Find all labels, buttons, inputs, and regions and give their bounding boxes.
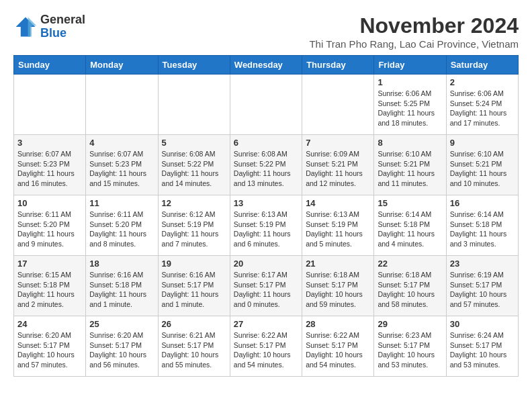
week-row-4: 17Sunrise: 6:15 AM Sunset: 5:18 PM Dayli… (14, 256, 519, 316)
calendar-cell: 11Sunrise: 6:11 AM Sunset: 5:20 PM Dayli… (86, 195, 158, 256)
calendar-cell: 19Sunrise: 6:16 AM Sunset: 5:17 PM Dayli… (158, 256, 230, 316)
day-info: Sunrise: 6:24 AM Sunset: 5:17 PM Dayligh… (450, 330, 515, 370)
calendar-cell: 29Sunrise: 6:23 AM Sunset: 5:17 PM Dayli… (374, 316, 446, 377)
header-saturday: Saturday (446, 56, 518, 75)
calendar-cell: 6Sunrise: 6:08 AM Sunset: 5:22 PM Daylig… (230, 135, 302, 195)
week-row-2: 3Sunrise: 6:07 AM Sunset: 5:23 PM Daylig… (14, 135, 519, 195)
day-info: Sunrise: 6:15 AM Sunset: 5:18 PM Dayligh… (17, 270, 82, 310)
calendar-cell: 27Sunrise: 6:22 AM Sunset: 5:17 PM Dayli… (230, 316, 302, 377)
day-number: 20 (234, 259, 298, 269)
day-number: 10 (17, 198, 82, 208)
calendar-cell: 17Sunrise: 6:15 AM Sunset: 5:18 PM Dayli… (14, 256, 86, 316)
day-number: 9 (450, 138, 515, 148)
day-info: Sunrise: 6:13 AM Sunset: 5:19 PM Dayligh… (234, 210, 298, 249)
day-number: 23 (450, 259, 515, 269)
day-info: Sunrise: 6:21 AM Sunset: 5:17 PM Dayligh… (162, 330, 226, 370)
calendar-cell: 3Sunrise: 6:07 AM Sunset: 5:23 PM Daylig… (14, 135, 86, 195)
logo-general: General (40, 13, 85, 26)
day-number: 27 (234, 319, 298, 329)
day-number: 18 (89, 259, 154, 269)
day-number: 1 (378, 77, 442, 87)
title-section: November 2024 Thi Tran Pho Rang, Lao Cai… (309, 13, 519, 50)
page-container: General Blue November 2024 Thi Tran Pho … (13, 13, 519, 377)
day-number: 13 (234, 198, 298, 208)
day-info: Sunrise: 6:22 AM Sunset: 5:17 PM Dayligh… (306, 330, 370, 370)
day-info: Sunrise: 6:06 AM Sunset: 5:24 PM Dayligh… (450, 89, 515, 128)
calendar-cell: 15Sunrise: 6:14 AM Sunset: 5:18 PM Dayli… (374, 195, 446, 256)
day-info: Sunrise: 6:22 AM Sunset: 5:17 PM Dayligh… (234, 330, 298, 370)
calendar-table: Sunday Monday Tuesday Wednesday Thursday… (13, 55, 519, 377)
calendar-cell: 28Sunrise: 6:22 AM Sunset: 5:17 PM Dayli… (302, 316, 374, 377)
calendar-cell (230, 75, 302, 135)
calendar-cell: 16Sunrise: 6:14 AM Sunset: 5:18 PM Dayli… (446, 195, 518, 256)
day-number: 25 (89, 319, 154, 329)
day-number: 12 (162, 198, 226, 208)
day-number: 2 (450, 77, 515, 87)
weekday-header-row: Sunday Monday Tuesday Wednesday Thursday… (14, 56, 519, 75)
day-info: Sunrise: 6:09 AM Sunset: 5:21 PM Dayligh… (306, 149, 370, 189)
week-row-1: 1Sunrise: 6:06 AM Sunset: 5:25 PM Daylig… (14, 75, 519, 135)
header-monday: Monday (86, 56, 158, 75)
day-number: 16 (450, 198, 515, 208)
day-number: 17 (17, 259, 82, 269)
header-tuesday: Tuesday (158, 56, 230, 75)
day-info: Sunrise: 6:17 AM Sunset: 5:17 PM Dayligh… (234, 270, 298, 310)
day-number: 15 (378, 198, 442, 208)
logo-icon (13, 15, 38, 39)
calendar-cell: 14Sunrise: 6:13 AM Sunset: 5:19 PM Dayli… (302, 195, 374, 256)
day-info: Sunrise: 6:07 AM Sunset: 5:23 PM Dayligh… (17, 149, 82, 189)
calendar-cell: 9Sunrise: 6:10 AM Sunset: 5:21 PM Daylig… (446, 135, 518, 195)
calendar-cell: 24Sunrise: 6:20 AM Sunset: 5:17 PM Dayli… (14, 316, 86, 377)
week-row-5: 24Sunrise: 6:20 AM Sunset: 5:17 PM Dayli… (14, 316, 519, 377)
calendar-cell (302, 75, 374, 135)
day-number: 4 (89, 138, 154, 148)
day-info: Sunrise: 6:06 AM Sunset: 5:25 PM Dayligh… (378, 89, 442, 128)
calendar-cell: 22Sunrise: 6:18 AM Sunset: 5:17 PM Dayli… (374, 256, 446, 316)
calendar-cell: 2Sunrise: 6:06 AM Sunset: 5:24 PM Daylig… (446, 75, 518, 135)
calendar-cell: 23Sunrise: 6:19 AM Sunset: 5:17 PM Dayli… (446, 256, 518, 316)
calendar-cell: 13Sunrise: 6:13 AM Sunset: 5:19 PM Dayli… (230, 195, 302, 256)
day-info: Sunrise: 6:14 AM Sunset: 5:18 PM Dayligh… (450, 210, 515, 249)
day-info: Sunrise: 6:11 AM Sunset: 5:20 PM Dayligh… (17, 210, 82, 249)
day-number: 22 (378, 259, 442, 269)
day-number: 30 (450, 319, 515, 329)
header-sunday: Sunday (14, 56, 86, 75)
day-info: Sunrise: 6:16 AM Sunset: 5:17 PM Dayligh… (162, 270, 226, 310)
calendar-cell: 26Sunrise: 6:21 AM Sunset: 5:17 PM Dayli… (158, 316, 230, 377)
day-number: 11 (89, 198, 154, 208)
day-number: 28 (306, 319, 370, 329)
day-number: 24 (17, 319, 82, 329)
day-number: 21 (306, 259, 370, 269)
day-number: 26 (162, 319, 226, 329)
calendar-cell: 1Sunrise: 6:06 AM Sunset: 5:25 PM Daylig… (374, 75, 446, 135)
calendar-cell: 21Sunrise: 6:18 AM Sunset: 5:17 PM Dayli… (302, 256, 374, 316)
calendar-cell: 10Sunrise: 6:11 AM Sunset: 5:20 PM Dayli… (14, 195, 86, 256)
logo: General Blue (13, 13, 85, 40)
day-info: Sunrise: 6:20 AM Sunset: 5:17 PM Dayligh… (17, 330, 82, 370)
day-number: 29 (378, 319, 442, 329)
month-title: November 2024 (309, 13, 519, 38)
week-row-3: 10Sunrise: 6:11 AM Sunset: 5:20 PM Dayli… (14, 195, 519, 256)
day-info: Sunrise: 6:08 AM Sunset: 5:22 PM Dayligh… (234, 149, 298, 189)
calendar-cell: 30Sunrise: 6:24 AM Sunset: 5:17 PM Dayli… (446, 316, 518, 377)
calendar-cell: 8Sunrise: 6:10 AM Sunset: 5:21 PM Daylig… (374, 135, 446, 195)
logo-text: General Blue (40, 13, 85, 40)
calendar-cell: 25Sunrise: 6:20 AM Sunset: 5:17 PM Dayli… (86, 316, 158, 377)
day-info: Sunrise: 6:23 AM Sunset: 5:17 PM Dayligh… (378, 330, 442, 370)
day-info: Sunrise: 6:18 AM Sunset: 5:17 PM Dayligh… (306, 270, 370, 310)
day-number: 8 (378, 138, 442, 148)
header-wednesday: Wednesday (230, 56, 302, 75)
logo-blue: Blue (40, 26, 66, 40)
day-info: Sunrise: 6:14 AM Sunset: 5:18 PM Dayligh… (378, 210, 442, 249)
day-number: 14 (306, 198, 370, 208)
calendar-cell: 20Sunrise: 6:17 AM Sunset: 5:17 PM Dayli… (230, 256, 302, 316)
day-info: Sunrise: 6:11 AM Sunset: 5:20 PM Dayligh… (89, 210, 154, 249)
location-title: Thi Tran Pho Rang, Lao Cai Province, Vie… (309, 38, 519, 50)
day-info: Sunrise: 6:13 AM Sunset: 5:19 PM Dayligh… (306, 210, 370, 249)
day-number: 5 (162, 138, 226, 148)
day-info: Sunrise: 6:07 AM Sunset: 5:23 PM Dayligh… (89, 149, 154, 189)
calendar-cell: 4Sunrise: 6:07 AM Sunset: 5:23 PM Daylig… (86, 135, 158, 195)
day-number: 6 (234, 138, 298, 148)
calendar-cell (158, 75, 230, 135)
day-info: Sunrise: 6:20 AM Sunset: 5:17 PM Dayligh… (89, 330, 154, 370)
